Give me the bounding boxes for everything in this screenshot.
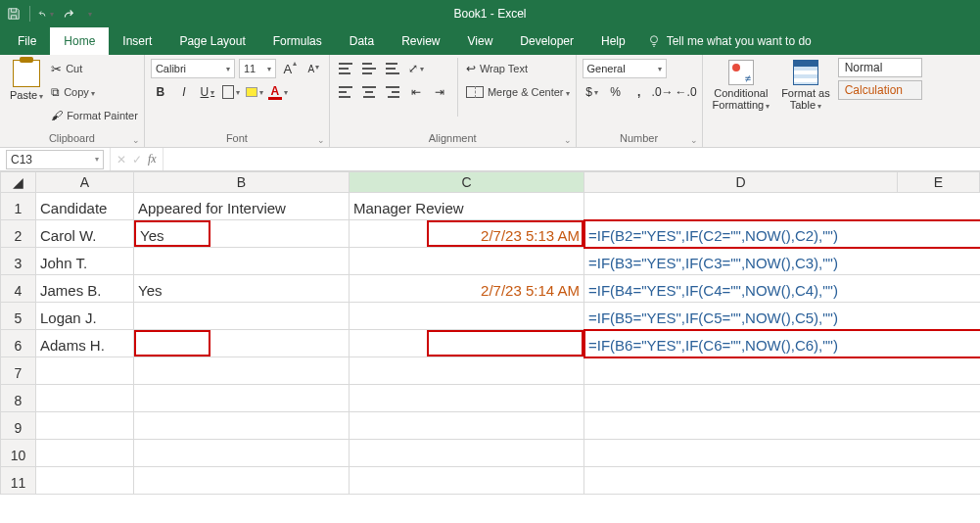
- cell-c1[interactable]: Manager Review: [350, 193, 584, 220]
- cell-b9[interactable]: [134, 412, 350, 440]
- tab-review[interactable]: Review: [388, 27, 453, 55]
- row-header-6[interactable]: 6: [1, 330, 36, 357]
- cell-c9[interactable]: [350, 412, 584, 440]
- align-right-button[interactable]: [383, 82, 402, 102]
- format-painter-button[interactable]: Format Painter: [51, 105, 138, 126]
- row-header-9[interactable]: 9: [1, 412, 36, 440]
- cell-b11[interactable]: [134, 467, 350, 495]
- formula-input[interactable]: [163, 150, 980, 169]
- tab-home[interactable]: Home: [50, 27, 109, 55]
- format-as-table-button[interactable]: Format as Table: [777, 58, 834, 114]
- cell-a3[interactable]: John T.: [36, 248, 134, 275]
- percent-button[interactable]: [606, 82, 626, 102]
- name-box[interactable]: C13: [6, 150, 104, 169]
- cell-d11[interactable]: [584, 467, 981, 495]
- cell-b1[interactable]: Appeared for Interview: [134, 193, 350, 220]
- italic-button[interactable]: I: [174, 82, 194, 102]
- cell-a1[interactable]: Candidate: [36, 193, 134, 220]
- font-name-combo[interactable]: Calibri: [151, 59, 235, 78]
- col-header-e[interactable]: E: [898, 172, 980, 193]
- cell-d2[interactable]: =IF(B2="YES",IF(C2="",NOW(),C2),""): [584, 220, 981, 248]
- conditional-formatting-button[interactable]: Conditional Formatting: [709, 58, 774, 114]
- tab-formulas[interactable]: Formulas: [259, 27, 336, 55]
- worksheet[interactable]: ◢ A B C D E F G 1CandidateAppeared for I…: [0, 171, 980, 495]
- cell-d6[interactable]: =IF(B6="YES",IF(C6="",NOW(),C6),""): [584, 330, 981, 357]
- col-header-d[interactable]: D: [584, 172, 898, 193]
- cancel-icon[interactable]: ✕: [117, 153, 126, 166]
- align-bottom-button[interactable]: [383, 59, 402, 78]
- cell-grid[interactable]: ◢ A B C D E F G 1CandidateAppeared for I…: [0, 171, 980, 495]
- row-header-5[interactable]: 5: [1, 303, 36, 330]
- merge-center-button[interactable]: Merge & Center: [466, 81, 570, 103]
- decrease-indent-button[interactable]: [406, 82, 426, 102]
- cell-d5[interactable]: =IF(B5="YES",IF(C5="",NOW(),C5),""): [584, 303, 981, 330]
- col-header-b[interactable]: B: [134, 172, 350, 193]
- font-size-combo[interactable]: 11: [239, 59, 276, 78]
- cell-d3[interactable]: =IF(B3="YES",IF(C3="",NOW(),C3),""): [584, 248, 981, 275]
- wrap-text-button[interactable]: Wrap Text: [466, 58, 570, 79]
- cell-b4[interactable]: Yes: [134, 275, 350, 303]
- tab-file[interactable]: File: [4, 27, 50, 55]
- cell-c2[interactable]: 2/7/23 5:13 AM: [350, 220, 584, 248]
- accounting-format-button[interactable]: [583, 82, 602, 102]
- cell-c10[interactable]: [350, 440, 584, 467]
- cell-a8[interactable]: [36, 385, 134, 412]
- cell-a4[interactable]: James B.: [36, 275, 134, 303]
- col-header-a[interactable]: A: [36, 172, 134, 193]
- row-header-10[interactable]: 10: [1, 440, 36, 467]
- cell-c5[interactable]: [350, 303, 584, 330]
- bold-button[interactable]: B: [151, 82, 170, 102]
- cell-b3[interactable]: [134, 248, 350, 275]
- cell-d4[interactable]: =IF(B4="YES",IF(C4="",NOW(),C4),""): [584, 275, 981, 303]
- row-header-7[interactable]: 7: [1, 357, 36, 385]
- cell-c4[interactable]: 2/7/23 5:14 AM: [350, 275, 584, 303]
- underline-button[interactable]: U: [198, 82, 217, 102]
- save-icon[interactable]: [6, 6, 22, 22]
- copy-button[interactable]: Copy: [51, 81, 138, 103]
- align-top-button[interactable]: [336, 59, 355, 78]
- font-color-button[interactable]: A: [268, 82, 288, 102]
- cell-a2[interactable]: Carol W.: [36, 220, 134, 248]
- tab-help[interactable]: Help: [587, 27, 639, 55]
- fx-icon[interactable]: fx: [148, 152, 157, 166]
- cell-b8[interactable]: [134, 385, 350, 412]
- cell-d7[interactable]: [584, 357, 981, 385]
- tell-me-search[interactable]: Tell me what you want to do: [647, 27, 812, 55]
- increase-font-icon[interactable]: [280, 59, 300, 78]
- align-middle-button[interactable]: [359, 59, 379, 78]
- decrease-decimal-button[interactable]: [677, 82, 696, 102]
- tab-developer[interactable]: Developer: [506, 27, 587, 55]
- row-header-8[interactable]: 8: [1, 385, 36, 412]
- cell-b6[interactable]: [134, 330, 350, 357]
- cell-a10[interactable]: [36, 440, 134, 467]
- cell-d8[interactable]: [584, 385, 981, 412]
- cell-style-calculation[interactable]: Calculation: [838, 80, 922, 100]
- increase-indent-button[interactable]: [430, 82, 449, 102]
- cell-a11[interactable]: [36, 467, 134, 495]
- customize-qat-icon[interactable]: [81, 6, 97, 22]
- cell-a9[interactable]: [36, 412, 134, 440]
- cell-c11[interactable]: [350, 467, 584, 495]
- cut-button[interactable]: Cut: [51, 58, 138, 79]
- redo-icon[interactable]: [60, 6, 75, 22]
- comma-button[interactable]: [630, 82, 649, 102]
- cell-d10[interactable]: [584, 440, 981, 467]
- undo-icon[interactable]: [38, 6, 54, 22]
- paste-button[interactable]: Paste: [6, 58, 47, 104]
- cell-c8[interactable]: [350, 385, 584, 412]
- fill-color-button[interactable]: [245, 82, 264, 102]
- decrease-font-icon[interactable]: [303, 59, 323, 78]
- select-all-corner[interactable]: ◢: [1, 172, 36, 193]
- cell-c3[interactable]: [350, 248, 584, 275]
- cell-c6[interactable]: [350, 330, 584, 357]
- cell-c7[interactable]: [350, 357, 584, 385]
- tab-view[interactable]: View: [454, 27, 507, 55]
- increase-decimal-button[interactable]: [653, 82, 673, 102]
- cell-d9[interactable]: [584, 412, 981, 440]
- row-header-2[interactable]: 2: [1, 220, 36, 248]
- tab-page-layout[interactable]: Page Layout: [165, 27, 258, 55]
- row-header-4[interactable]: 4: [1, 275, 36, 303]
- border-button[interactable]: [221, 82, 241, 102]
- row-header-1[interactable]: 1: [1, 193, 36, 220]
- cell-b7[interactable]: [134, 357, 350, 385]
